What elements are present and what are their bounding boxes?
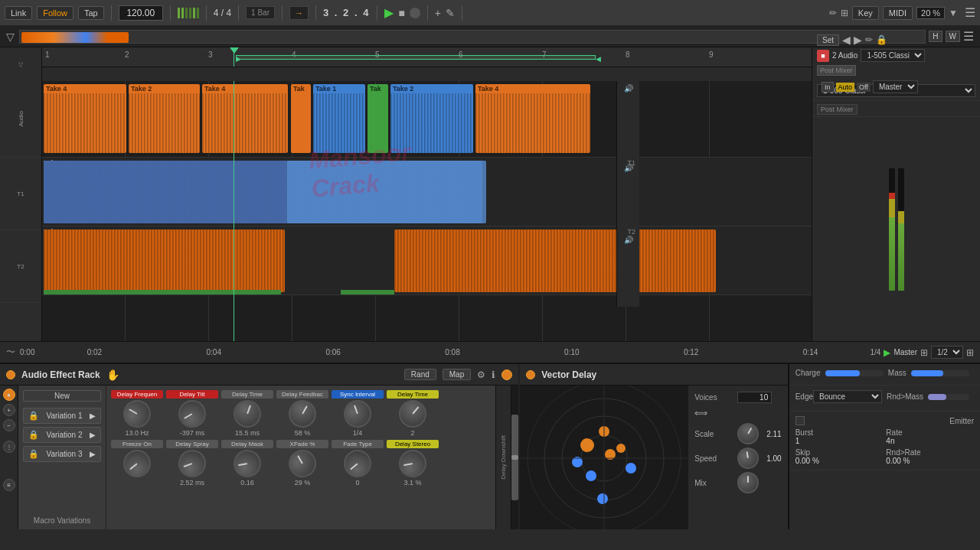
pencil-icon[interactable]: ✎ [446,7,455,19]
knob-delay-freq-ctrl[interactable] [118,395,155,432]
emitter-checkbox[interactable] [795,416,805,425]
forward-icon[interactable]: ▶ [854,34,862,46]
master-dropdown[interactable]: Master [873,80,918,93]
clip-take2-1[interactable]: Take 2 [129,84,200,153]
mute-1-icon[interactable]: 🔊 [624,84,633,93]
midi-button[interactable]: MIDI [883,6,913,20]
zoom-menu-icon[interactable]: ▼ [949,8,958,18]
new-button[interactable]: New [23,390,101,402]
scale-knob[interactable] [733,419,763,448]
rack-side-list[interactable]: ≡ [3,479,15,491]
time-signature: 4 / 4 [214,8,231,18]
info-icon[interactable]: ℹ [492,369,495,380]
knob-sync-ctrl[interactable] [340,396,375,431]
right-track-controls: 🔊 🔊 🔊 [616,81,639,307]
add-icon[interactable]: + [435,7,441,19]
triangle-icon[interactable]: ▽ [6,31,15,43]
clip-tak-1[interactable]: Tak [291,84,311,153]
timeline-bottom: 〜 0:00 0:02 0:04 0:06 0:08 0:10 0:12 0:1… [0,341,980,363]
key-button[interactable]: Key [852,6,879,20]
map-button[interactable]: Map [443,369,471,380]
controls-empty [812,117,980,341]
auto-button[interactable]: Auto [836,83,855,92]
rack-power[interactable] [6,370,15,379]
rnd-mass-slider[interactable] [928,394,969,400]
minimap-inner[interactable] [19,30,926,44]
post-mixer-btn[interactable]: Post Mixer [817,65,856,76]
knob-delay-time2-ctrl[interactable] [394,395,433,434]
knob-delay-time-ctrl[interactable] [230,396,265,431]
bottom-controls: 1/4 ▶ Master ⊞ 1/21/4 ⊞ [871,346,974,359]
bpm-input[interactable]: 120.00 [119,5,163,21]
post-mixer-label[interactable]: Post Mixer [817,104,858,115]
vd-power[interactable] [526,370,535,379]
downshift-slider[interactable] [511,386,518,529]
track-content[interactable]: Take 4 Take 2 Take 4 Tak [42,81,812,341]
pencil2-icon[interactable]: ✏ [865,34,873,45]
off-button[interactable]: Off [857,83,871,92]
variation-3[interactable]: 🔒 Variation 3 ▶ [23,446,101,462]
edge-dropdown[interactable]: Bounce Wrap Clip [813,390,882,403]
charge-slider[interactable] [825,370,884,376]
mute-3-icon[interactable]: 🔊 [624,236,633,244]
variation-1[interactable]: 🔒 Variation 1 ▶ [23,408,101,424]
settings-icon[interactable]: ⚙ [477,369,485,380]
tap-button[interactable]: Tap [78,6,104,20]
knob-delay-tilt-label: Delay Tilt [166,390,218,399]
plugin-dropdown[interactable]: 1-505 Classi [861,49,925,62]
voices-input[interactable]: 10 [737,392,772,403]
knob-delay-mask: Delay Mask 0.16 [221,440,273,487]
clip-take2-blue[interactable]: Take 2 [390,84,473,153]
clip-take2-main[interactable] [44,229,285,292]
rack-side-power[interactable]: ● [3,389,15,401]
link-button[interactable]: Link [5,6,32,20]
knob-spray-ctrl[interactable] [175,446,210,481]
clip-take2-main2[interactable] [394,229,716,292]
rack-color-btn[interactable] [501,369,512,380]
knob-xfade-ctrl[interactable] [283,444,321,482]
rack-side-chain[interactable]: ⋮ [3,441,15,453]
play-button[interactable]: ▶ [384,5,394,20]
clip-take4-2[interactable]: Take 4 [202,84,288,153]
mass-slider[interactable] [911,370,969,376]
clip-take1-blue[interactable]: Take 1 [313,84,365,153]
fraction-select[interactable]: 1/21/4 [931,346,963,359]
knob-fade-type-ctrl[interactable] [338,444,377,483]
hamburger-icon[interactable]: ☰ [965,5,975,20]
clip-tak-green[interactable]: Tak [368,84,388,153]
knob-delay-fb-label: Delay Feedbac [276,390,328,399]
wave-icon[interactable]: 〜 [6,346,15,359]
knob-delay-tilt-ctrl[interactable] [173,395,211,432]
clip-take4-1[interactable]: Take 4 [44,84,126,153]
knob-freeze-ctrl[interactable] [118,444,157,483]
play-master-icon[interactable]: ▶ [884,347,890,358]
expand-icon[interactable]: ⟺ [694,408,707,418]
edge-label: Edge [795,392,813,401]
knob-mask-ctrl[interactable] [231,447,263,480]
grid-icon[interactable]: ⊞ [841,8,848,18]
rand-button[interactable]: Rand [404,369,436,380]
in-button[interactable]: In [822,82,834,93]
loop-mode[interactable]: 1 Bar [246,6,275,19]
speed-knob[interactable] [736,446,760,470]
fraction-icon[interactable]: ⊞ [920,347,928,358]
stop-button[interactable]: ■ [398,7,404,19]
rack-side-sub[interactable]: − [3,419,15,431]
lock-icon[interactable]: 🔒 [876,34,887,45]
back-icon[interactable]: ◀ [842,34,851,46]
separator-1 [111,5,112,21]
vd-canvas[interactable] [520,386,688,529]
knob-stereo-ctrl[interactable] [397,447,429,480]
time-0-02: 0:02 [87,348,102,356]
variation-2[interactable]: 🔒 Variation 2 ▶ [23,427,101,443]
knob-delay-fb-ctrl[interactable] [283,395,321,432]
clip-take4-3[interactable]: Take 4 [475,84,590,153]
follow-button[interactable]: Follow [37,6,74,20]
rack-side-add[interactable]: + [3,404,15,416]
mix-knob[interactable] [737,472,759,493]
clip-take1-blue2[interactable] [287,161,486,223]
draw-icon[interactable]: ✏ [829,8,837,18]
grid-bottom-icon[interactable]: ⊞ [966,347,974,358]
record-button[interactable] [410,8,420,18]
set-button[interactable]: Set [817,34,839,46]
